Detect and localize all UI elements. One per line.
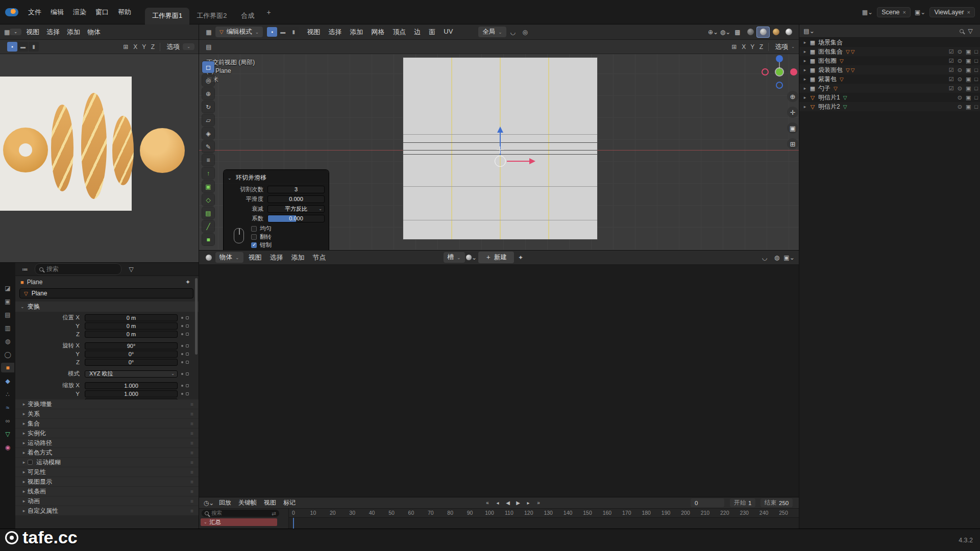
viewport-menu-item[interactable]: 边 — [410, 26, 425, 38]
proportional-editing-icon[interactable]: ◎ — [520, 27, 531, 37]
previous-keyframe-button[interactable]: ◂ — [493, 498, 502, 507]
workspace-tab[interactable]: 工作界面1 — [145, 8, 189, 24]
transform-input[interactable]: 0 m⌄ — [85, 331, 178, 338]
properties-tab-particles[interactable]: ∴ — [1, 389, 14, 399]
panel-grip-icon[interactable]: ≡ — [190, 411, 193, 417]
hide-eye-icon[interactable]: ⊙ — [958, 94, 962, 101]
expand-chevron-icon[interactable]: ▸ — [20, 402, 28, 407]
outliner-row[interactable]: ▸ 勺子 ☑ ⊙ ▣ □ — [799, 84, 980, 93]
tool-select-box[interactable]: ◻ — [202, 61, 214, 73]
overlays-icon[interactable]: ◍ — [771, 253, 782, 263]
face-select-icon[interactable]: ▮ — [288, 27, 299, 37]
viewport-menu-item[interactable]: 选择 — [324, 26, 346, 38]
shader-node-canvas[interactable] — [199, 265, 799, 497]
item-label[interactable]: 明信片2 — [818, 103, 840, 111]
panel-header-row[interactable]: ▸ 着色方式 ≡ — [15, 448, 199, 457]
camera-visibility-icon[interactable]: ▣ — [966, 94, 971, 101]
pin-icon[interactable]: ✦ — [515, 253, 526, 263]
panel-header-row[interactable]: ▸ 线条画 ≡ — [15, 487, 199, 496]
properties-tab-tool[interactable]: ◪ — [1, 283, 14, 293]
expand-chevron-icon[interactable]: ▸ — [801, 40, 808, 45]
toggle-xray-icon[interactable]: ▩ — [732, 27, 743, 37]
tool-scale[interactable]: ▱ — [202, 114, 214, 126]
panel-grip-icon[interactable]: ≡ — [190, 431, 193, 436]
new-material-button[interactable]: ＋ 新建 — [478, 252, 514, 263]
properties-tab-view-layer[interactable]: ▥ — [1, 323, 14, 333]
decorator-icon[interactable] — [186, 361, 189, 364]
nav-axis-y-icon[interactable] — [776, 68, 783, 76]
decorator-icon[interactable] — [186, 372, 189, 375]
pin-icon[interactable]: ✦ — [182, 277, 193, 287]
viewport-visibility-icon[interactable]: □ — [974, 48, 978, 55]
topbar-menu-item[interactable]: 文件 — [23, 6, 46, 19]
outliner-row[interactable]: ▸ 袋装面包 ☑ ⊙ ▣ □ — [799, 65, 980, 74]
outliner-row[interactable]: ▸ 紫薯包 ☑ ⊙ ▣ □ — [799, 74, 980, 84]
panel-grip-icon[interactable]: ≡ — [190, 450, 193, 456]
face-select-icon[interactable]: ▮ — [29, 42, 39, 52]
gizmo-x-axis[interactable] — [507, 161, 529, 162]
panel-header-row[interactable]: ▸ 实例化 ≡ — [15, 429, 199, 438]
camera-visibility-icon[interactable]: ▣ — [966, 85, 971, 92]
operator-checkbox-row[interactable]: 均匀 — [251, 225, 283, 232]
reference-viewport-canvas[interactable] — [0, 54, 199, 262]
exclude-checkbox-icon[interactable]: ☑ — [949, 76, 954, 83]
camera-view-icon[interactable]: ▣ — [787, 122, 798, 134]
item-label[interactable]: 明信片1 — [818, 93, 840, 102]
viewport-menu-item[interactable]: 添加 — [346, 26, 367, 38]
expand-chevron-icon[interactable]: ▸ — [801, 95, 808, 100]
panel-grip-icon[interactable]: ≡ — [190, 402, 193, 407]
panel-header-row[interactable]: ▸ 变换增量 ≡ — [15, 399, 199, 409]
filter-funnel-icon[interactable]: ▽ — [126, 264, 137, 274]
tool-inset-faces[interactable]: ▣ — [202, 181, 214, 192]
viewport-visibility-icon[interactable]: □ — [974, 94, 978, 101]
hide-eye-icon[interactable]: ⊙ — [958, 58, 962, 64]
decorator-icon[interactable] — [186, 384, 189, 387]
editor-type-icon[interactable]: ▤⌄ — [803, 26, 815, 36]
panel-grip-icon[interactable]: ≡ — [190, 421, 193, 427]
animate-dot-icon[interactable] — [181, 385, 183, 387]
tool-measure[interactable]: ≡ — [202, 154, 214, 166]
mirror-axis-toggle[interactable]: X — [131, 42, 139, 52]
camera-visibility-icon[interactable]: ▣ — [966, 58, 971, 64]
wireframe-shading-icon[interactable] — [744, 27, 756, 37]
panel-grip-icon[interactable]: ≡ — [190, 498, 193, 504]
operator-field-input[interactable]: 3 ⌄ — [267, 186, 325, 193]
panel-grip-icon[interactable]: ≡ — [190, 508, 193, 514]
camera-visibility-icon[interactable]: ▣ — [966, 76, 971, 83]
shader-menu-item[interactable]: 选择 — [266, 252, 287, 264]
rendered-shading-icon[interactable] — [782, 27, 795, 37]
decorator-icon[interactable] — [186, 353, 189, 356]
panel-grip-icon[interactable]: ≡ — [190, 460, 193, 465]
current-frame-field[interactable]: 0 — [691, 498, 724, 507]
shader-type-dropdown[interactable]: 物体⌄ — [215, 252, 243, 263]
panel-header-row[interactable]: ▸ 运动模糊 ≡ — [15, 458, 199, 467]
panel-header-row[interactable]: ▸ 关系 ≡ — [15, 409, 199, 418]
pan-hand-icon[interactable]: ✛ — [787, 107, 798, 118]
panel-grip-icon[interactable]: ≡ — [190, 479, 193, 485]
navigation-gizmo[interactable] — [761, 55, 799, 89]
scene-selector[interactable]: Scene × — [877, 7, 911, 17]
properties-tab-scene[interactable]: ◍ — [1, 336, 14, 346]
editor-type-icon[interactable]: ≔ — [19, 264, 31, 274]
add-workspace-button[interactable]: + — [262, 6, 275, 18]
exclude-checkbox-icon[interactable]: ☑ — [949, 67, 954, 73]
outliner-row[interactable]: ▸ 明信片2 ☑ ⊙ ▣ □ — [799, 102, 980, 111]
operator-panel[interactable]: ⌄ 环切并滑移 切割次数 3 ⌄ — [224, 170, 329, 250]
shader-menu-item[interactable]: 视图 — [244, 252, 266, 264]
toggle-ortho-icon[interactable]: ⊞ — [787, 138, 798, 149]
viewport-canvas[interactable]: 正交前视图 (局部)(0) Plane厘米 ◻◎⊕↻▱◈✎≡↑▣◇▤╱■ ⊕ ✛… — [199, 54, 799, 250]
timeline-menu-item[interactable]: 关键帧 — [235, 497, 260, 508]
edge-select-icon[interactable]: ▬ — [18, 42, 28, 52]
outliner-row[interactable]: ▸ 面包圈 ☑ ⊙ ▣ □ — [799, 56, 980, 65]
gizmo-x-arrow-icon[interactable] — [529, 158, 535, 164]
edge-select-icon[interactable]: ▬ — [278, 27, 288, 37]
expand-chevron-icon[interactable]: ▸ — [20, 479, 28, 484]
animate-dot-icon[interactable] — [181, 325, 183, 327]
expand-chevron-icon[interactable]: ▸ — [20, 460, 28, 465]
expand-chevron-icon[interactable]: ▸ — [20, 498, 28, 504]
frame-end-field[interactable]: 结束 250 — [761, 498, 793, 507]
filter-icon[interactable]: ⇄ — [272, 510, 276, 516]
topbar-menu-item[interactable]: 渲染 — [68, 6, 91, 19]
item-label[interactable]: 勺子 — [818, 84, 830, 93]
operator-field-input[interactable]: 平方反比 ⌄ — [267, 205, 325, 213]
